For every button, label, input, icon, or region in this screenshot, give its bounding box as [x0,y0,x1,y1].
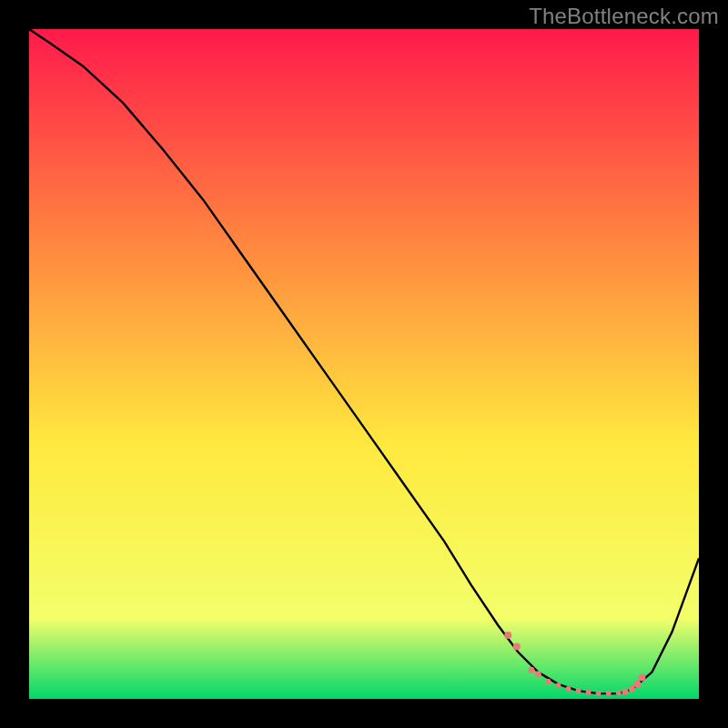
marker-dot [606,691,612,696]
marker-dot [616,690,622,695]
marker-dot [529,667,535,673]
marker-dot [513,643,521,651]
chart-svg [29,29,699,699]
watermark-text: TheBottleneck.com [529,4,719,29]
chart-frame: TheBottleneck.com [0,0,728,728]
marker-dot [555,682,561,688]
marker-dot [629,685,635,692]
gradient-background [29,29,699,699]
marker-dot [576,688,581,693]
marker-dot [622,688,629,694]
marker-dot [633,681,641,688]
marker-dot [565,686,571,692]
marker-dot [535,671,541,677]
marker-dot [545,679,551,684]
marker-dot [596,691,602,696]
marker-dot [638,673,645,681]
marker-dot [504,632,511,639]
chart-plot-area [29,29,699,699]
marker-dot [586,690,592,695]
